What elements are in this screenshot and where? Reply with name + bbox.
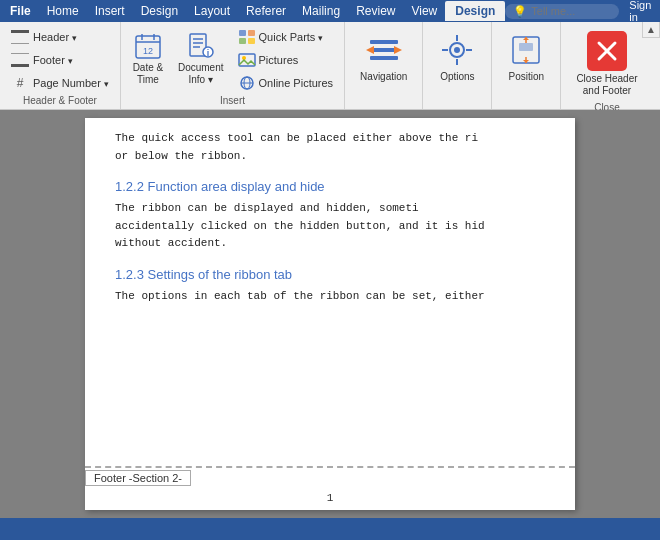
doc-para2c: without accident. (115, 235, 545, 253)
svg-rect-12 (248, 30, 255, 36)
doc-para2b: accidentally clicked on the hidden butto… (115, 218, 545, 236)
svg-marker-23 (394, 46, 402, 54)
svg-rect-11 (239, 30, 246, 36)
svg-point-26 (454, 47, 460, 53)
home-tab[interactable]: Home (39, 1, 87, 21)
close-group: Close Headerand Footer Close (561, 22, 652, 109)
design-tab-active[interactable]: Design (445, 1, 505, 21)
position-group: Position (492, 22, 561, 109)
svg-rect-13 (239, 38, 246, 44)
heading-2: 1.2.2 Function area display and hide (115, 179, 545, 194)
tell-me-input[interactable] (531, 5, 611, 17)
close-header-footer-button[interactable]: Close Headerand Footer (569, 26, 644, 102)
quick-parts-icon (238, 29, 256, 45)
layout-tab[interactable]: Layout (186, 1, 238, 21)
navigation-label: Navigation (360, 71, 407, 82)
mailing-tab[interactable]: Mailing (294, 1, 348, 21)
header-icon (11, 30, 29, 44)
footer-label: Footer ▾ (33, 54, 73, 66)
date-time-button[interactable]: 12 Date &Time (127, 26, 169, 90)
header-footer-group-label: Header & Footer (6, 95, 114, 109)
pictures-button[interactable]: Pictures (233, 49, 339, 71)
document-info-button[interactable]: i DocumentInfo ▾ (173, 26, 229, 90)
position-icon (507, 31, 545, 69)
quick-parts-button[interactable]: Quick Parts ▾ (233, 26, 339, 48)
svg-text:i: i (206, 48, 209, 58)
online-pictures-button[interactable]: Online Pictures (233, 72, 339, 94)
document-info-icon: i (185, 30, 217, 62)
insert-group-label: Insert (127, 95, 338, 109)
date-time-label: Date &Time (133, 62, 164, 86)
tell-me-container[interactable]: 💡 (505, 4, 619, 19)
file-tab[interactable]: File (2, 2, 39, 20)
navigation-group: Navigation (345, 22, 423, 109)
collapse-icon: ▲ (646, 24, 656, 35)
header-button[interactable]: Header ▾ (6, 26, 114, 48)
referer-tab[interactable]: Referer (238, 1, 294, 21)
close-header-footer-icon (587, 31, 627, 71)
review-tab[interactable]: Review (348, 1, 403, 21)
quick-parts-label: Quick Parts ▾ (259, 31, 324, 43)
footer-label: Footer -Section 2- (85, 470, 191, 486)
header-footer-group: Header ▾ Footer ▾ # Page Number ▾ Header… (0, 22, 121, 109)
heading-3: 1.2.3 Settings of the ribbon tab (115, 267, 545, 282)
svg-rect-14 (248, 38, 255, 44)
navigation-button[interactable]: Navigation (353, 26, 414, 106)
footer-button[interactable]: Footer ▾ (6, 49, 114, 71)
view-tab[interactable]: View (403, 1, 445, 21)
svg-rect-20 (370, 40, 398, 44)
svg-rect-32 (519, 43, 533, 51)
svg-rect-21 (370, 48, 398, 52)
page-number: 1 (327, 492, 334, 504)
options-button[interactable]: Options (431, 26, 483, 106)
doc-text-line2: or below the ribbon. (115, 148, 545, 166)
svg-text:12: 12 (143, 46, 153, 56)
doc-page: The quick access tool can be placed eith… (85, 118, 575, 510)
online-pictures-icon (238, 75, 256, 91)
svg-rect-15 (239, 54, 255, 66)
doc-text-line1: The quick access tool can be placed eith… (115, 130, 545, 148)
svg-marker-24 (366, 46, 374, 54)
position-label: Position (509, 71, 545, 82)
document-info-label: DocumentInfo ▾ (178, 62, 224, 86)
header-label: Header ▾ (33, 31, 77, 43)
online-pictures-label: Online Pictures (259, 77, 334, 89)
status-bar (0, 518, 660, 540)
pictures-icon (238, 52, 256, 68)
svg-rect-22 (370, 56, 398, 60)
doc-para2a: The ribbon can be displayed and hidden, … (115, 200, 545, 218)
pictures-label: Pictures (259, 54, 299, 66)
design-tab-1[interactable]: Design (133, 1, 186, 21)
page-number-button[interactable]: # Page Number ▾ (6, 72, 114, 94)
close-header-footer-label: Close Headerand Footer (576, 73, 637, 97)
document-area: The quick access tool can be placed eith… (0, 110, 660, 518)
page-number-icon: # (11, 76, 29, 90)
insert-tab[interactable]: Insert (87, 1, 133, 21)
lightbulb-icon: 💡 (513, 5, 527, 18)
options-icon (438, 31, 476, 69)
position-button[interactable]: Position (500, 26, 552, 106)
page-number-label: Page Number ▾ (33, 77, 109, 89)
options-label: Options (440, 71, 474, 82)
insert-group: 12 Date &Time i DocumentIn (121, 22, 345, 109)
navigation-icon (365, 31, 403, 69)
doc-para3: The options in each tab of the ribbon ca… (115, 288, 545, 306)
collapse-ribbon-button[interactable]: ▲ (642, 22, 660, 38)
date-time-icon: 12 (132, 30, 164, 62)
footer-icon (11, 53, 29, 67)
options-group: Options (423, 22, 492, 109)
